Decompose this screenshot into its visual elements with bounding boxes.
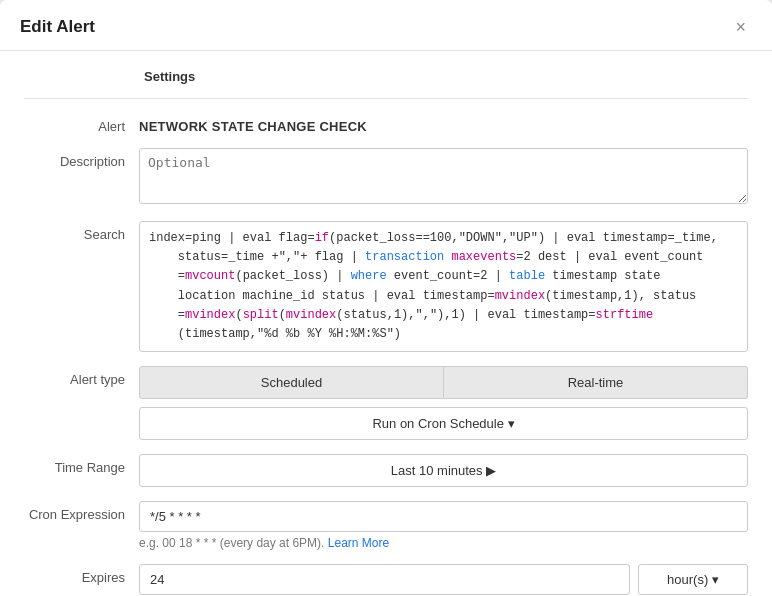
expires-inputs: hour(s) ▾: [139, 564, 748, 595]
search-content-box[interactable]: index=ping | eval flag=if(packet_loss==1…: [139, 221, 748, 352]
description-wrap: [139, 148, 748, 207]
cron-hint: e.g. 00 18 * * * (every day at 6PM). Lea…: [139, 536, 748, 550]
alert-row: Alert NETWORK STATE CHANGE CHECK: [24, 113, 748, 134]
realtime-button[interactable]: Real-time: [444, 366, 748, 399]
settings-heading: Settings: [24, 69, 748, 84]
run-schedule-button[interactable]: Run on Cron Schedule ▾: [139, 407, 748, 440]
alert-type-buttons: Scheduled Real-time: [139, 366, 748, 399]
search-wrap: index=ping | eval flag=if(packet_loss==1…: [139, 221, 748, 352]
description-row: Description: [24, 148, 748, 207]
learn-more-link[interactable]: Learn More: [328, 536, 389, 550]
alert-value-wrap: NETWORK STATE CHANGE CHECK: [139, 113, 748, 134]
dialog-header: Edit Alert ×: [0, 0, 772, 51]
scheduled-button[interactable]: Scheduled: [139, 366, 444, 399]
expires-label: Expires: [24, 564, 139, 585]
time-range-label: Time Range: [24, 454, 139, 475]
close-button[interactable]: ×: [729, 16, 752, 38]
cron-row: Cron Expression e.g. 00 18 * * * (every …: [24, 501, 748, 550]
dialog-body: Settings Alert NETWORK STATE CHANGE CHEC…: [0, 51, 772, 596]
dialog-title: Edit Alert: [20, 17, 95, 37]
expires-input[interactable]: [139, 564, 630, 595]
expires-unit-button[interactable]: hour(s) ▾: [638, 564, 748, 595]
alert-label: Alert: [24, 113, 139, 134]
cron-wrap: e.g. 00 18 * * * (every day at 6PM). Lea…: [139, 501, 748, 550]
time-range-wrap: Last 10 minutes ▶: [139, 454, 748, 487]
description-label: Description: [24, 148, 139, 169]
time-range-button[interactable]: Last 10 minutes ▶: [139, 454, 748, 487]
description-textarea[interactable]: [139, 148, 748, 204]
alert-type-label: Alert type: [24, 366, 139, 387]
expires-row: Expires hour(s) ▾: [24, 564, 748, 595]
alert-type-row: Alert type Scheduled Real-time Run on Cr…: [24, 366, 748, 440]
time-range-row: Time Range Last 10 minutes ▶: [24, 454, 748, 487]
alert-name: NETWORK STATE CHANGE CHECK: [139, 113, 748, 134]
alert-type-wrap: Scheduled Real-time Run on Cron Schedule…: [139, 366, 748, 440]
search-row: Search index=ping | eval flag=if(packet_…: [24, 221, 748, 352]
cron-input[interactable]: [139, 501, 748, 532]
cron-label: Cron Expression: [24, 501, 139, 522]
edit-alert-dialog: Edit Alert × Settings Alert NETWORK STAT…: [0, 0, 772, 596]
divider: [24, 98, 748, 99]
expires-wrap: hour(s) ▾: [139, 564, 748, 595]
search-label: Search: [24, 221, 139, 242]
